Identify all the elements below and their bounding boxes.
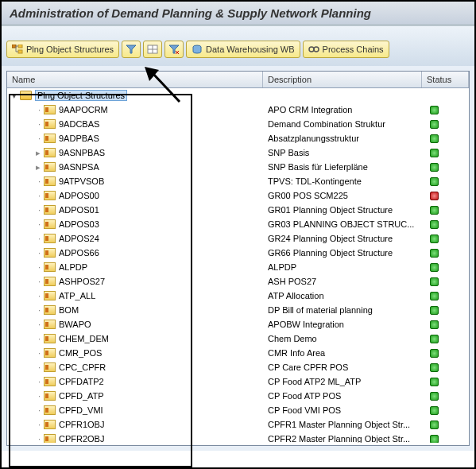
tree-row-code: ADPOS66: [59, 248, 99, 258]
tree-row[interactable]: ·CPFR1OBJCPFR1 Master Planning Object St…: [7, 417, 469, 432]
tree-expand-icon: ·: [12, 262, 44, 272]
tree-row-description: Demand Combination Struktur: [263, 119, 422, 129]
tree-row-code: 9ASNPSA: [59, 162, 99, 172]
tree-row-code: ADPOS01: [59, 205, 99, 215]
tree-icon: [12, 45, 23, 54]
tree-expand-icon: ·: [12, 277, 44, 286]
tree-expand-icon[interactable]: ▸: [12, 148, 44, 158]
tree-row[interactable]: ·BOMDP Bill of material planning: [7, 303, 469, 317]
status-indicator: [430, 392, 439, 401]
tree-row[interactable]: ·9ATPVSOBTPVS: TDL-Kontingente: [7, 174, 469, 188]
tree-row[interactable]: ·ATP_ALLATP Allocation: [7, 289, 469, 303]
structure-icon: [44, 362, 56, 372]
tree-row[interactable]: ·ADPOS01GR01 Planning Object Structure: [7, 203, 469, 217]
funnel-clear-icon: [168, 45, 180, 54]
tree-row[interactable]: ·CPFD_VMICP Food VMI POS: [7, 403, 469, 417]
process-chains-button[interactable]: Process Chains: [303, 41, 389, 58]
tree-expand-icon: ·: [12, 105, 44, 114]
tree-row-code: BOM: [59, 305, 79, 315]
tree-row-code: CHEM_DEM: [59, 334, 109, 343]
tree-expand-icon: ·: [12, 348, 44, 358]
tree-row[interactable]: ▸9ASNPSASNP Basis für Lieferpläne: [7, 160, 469, 174]
tree-expand-icon: ·: [12, 191, 44, 200]
tree-expand-icon: ·: [12, 377, 44, 386]
status-indicator: [430, 363, 439, 372]
status-indicator: [430, 292, 439, 300]
tree-row-code: CPFDATP2: [59, 377, 104, 386]
view-button[interactable]: [143, 41, 162, 58]
tree-row-code: BWAPO: [59, 320, 91, 329]
structure-icon: [44, 162, 56, 172]
tree-expand-icon: ·: [12, 248, 44, 258]
tree-row[interactable]: ·CPC_CPFRCP Care CPFR POS: [7, 360, 469, 374]
tree-row[interactable]: ·9ADCBASDemand Combination Struktur: [7, 117, 469, 131]
structure-icon: [44, 148, 56, 157]
tree-row-description: ASH POS27: [263, 277, 422, 286]
tree-row-description: CP Care CPFR POS: [263, 362, 422, 372]
svg-rect-0: [12, 45, 16, 48]
tree-row-code: CMR_POS: [59, 348, 102, 358]
tree-row-description: APO CRM Integration: [263, 105, 422, 114]
tree-row-description: CP Food VMI POS: [263, 405, 422, 415]
tree-row[interactable]: ·CPFD_ATPCP Food ATP POS: [7, 389, 469, 403]
tree-row[interactable]: ·9AAPOCRMAPO CRM Integration: [7, 103, 469, 117]
tree-row-code: ADPOS24: [59, 234, 99, 243]
filter-clear-button[interactable]: [164, 41, 184, 58]
plng-object-structures-label: Plng Object Structures: [26, 45, 114, 54]
column-header-description[interactable]: Description: [263, 72, 422, 87]
tree-row[interactable]: ·ADPOS03GR03 PLANNING OBJECT STRUC...: [7, 217, 469, 231]
svg-point-8: [314, 47, 319, 52]
tree-row[interactable]: ·CPFDATP2CP Food ATP2 ML_ATP: [7, 374, 469, 389]
status-indicator: [430, 277, 439, 286]
data-warehousing-label: Data Warehousing WB: [206, 45, 294, 54]
tree-row[interactable]: ▸9ASNPBASSNP Basis: [7, 145, 469, 160]
grid-icon: [147, 45, 158, 54]
tree-row[interactable]: ·9ADPBASAbsatzplanungsstruktur: [7, 131, 469, 145]
tree-expand-icon: ·: [12, 362, 44, 372]
status-indicator: [430, 106, 439, 114]
column-header-name[interactable]: Name: [7, 72, 263, 87]
structure-icon: [44, 277, 56, 286]
tree-expand-icon: ·: [12, 320, 44, 329]
status-indicator: [430, 406, 439, 415]
tree-row-description: ATP Allocation: [263, 291, 422, 300]
status-indicator: [430, 335, 439, 343]
grid-header: Name Description Status: [7, 72, 469, 88]
tree-row[interactable]: ·ADPOS66GR66 Planning Object Structure: [7, 246, 469, 260]
filter-button[interactable]: [122, 41, 141, 58]
tree-row[interactable]: ·CHEM_DEMChem Demo: [7, 331, 469, 346]
structure-icon: [44, 434, 56, 443]
tree-row-description: CP Food ATP POS: [263, 391, 422, 401]
tree-grid: Name Description Status ▾Plng Object Str…: [6, 71, 470, 446]
tree-row-code: ALPDP: [59, 262, 87, 272]
plng-object-structures-button[interactable]: Plng Object Structures: [6, 41, 119, 58]
tree-row-description: SNP Basis: [263, 148, 422, 157]
tree-row-description: CPFR2 Master Planning Object Str...: [263, 434, 422, 443]
structure-icon: [44, 420, 56, 429]
tree-row-code: CPC_CPFR: [59, 362, 106, 372]
tree-row[interactable]: ·ASHPOS27ASH POS27: [7, 274, 469, 289]
tree-row-description: GR00 POS SCM225: [263, 191, 422, 200]
tree-row[interactable]: ·ADPOS00GR00 POS SCM225: [7, 188, 469, 203]
tree-expand-icon[interactable]: ▸: [12, 162, 44, 172]
page-title: Administration of Demand Planning & Supp…: [2, 2, 474, 25]
tree-row[interactable]: ·BWAPOAPOBW Integration: [7, 317, 469, 331]
tree-row-code: CPFR2OBJ: [59, 434, 104, 443]
tree-row[interactable]: ·CPFR2OBJCPFR2 Master Planning Object St…: [7, 432, 469, 443]
tree-row-code: ADPOS03: [59, 219, 99, 229]
tree-row[interactable]: ·CMR_POSCMR Info Area: [7, 346, 469, 360]
tree-row-description: Absatzplanungsstruktur: [263, 134, 422, 143]
tree-row[interactable]: ·ADPOS24GR24 Planning Object Structure: [7, 231, 469, 246]
data-warehousing-button[interactable]: Data Warehousing WB: [186, 41, 300, 58]
structure-icon: [44, 262, 56, 272]
tree-row[interactable]: ·ALPDPALPDP: [7, 260, 469, 274]
tree-collapse-icon[interactable]: ▾: [12, 91, 20, 101]
tree-row-description: SNP Basis für Lieferpläne: [263, 162, 422, 172]
status-indicator: [430, 320, 439, 329]
tree-row-code: CPFD_ATP: [59, 391, 104, 401]
structure-icon: [44, 191, 56, 200]
tree-expand-icon: ·: [12, 176, 44, 186]
tree-root-label[interactable]: Plng Object Structures: [35, 90, 127, 101]
status-indicator: [430, 120, 439, 129]
column-header-status[interactable]: Status: [422, 72, 469, 87]
